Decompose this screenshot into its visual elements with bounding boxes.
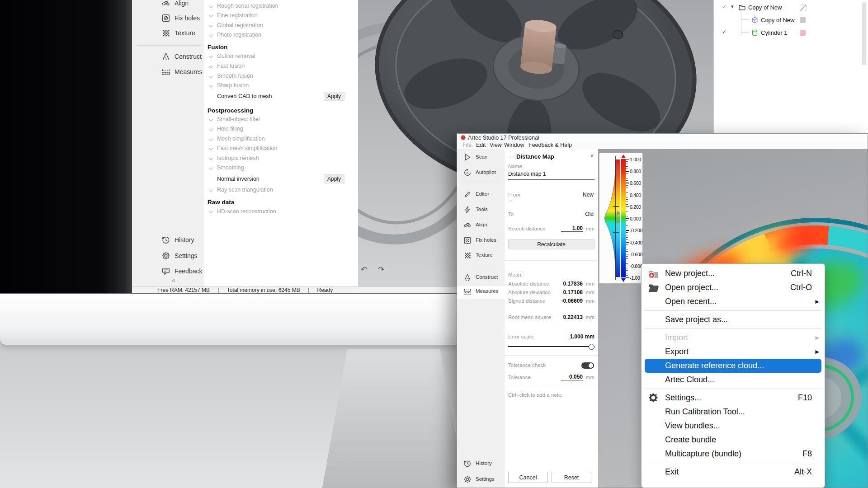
workspace-row-mesh[interactable]: Copy of New <box>714 15 868 25</box>
menu-item-multicapture[interactable]: Multicapture (bundle)F8 <box>642 447 825 461</box>
list-item[interactable]: Smoothing <box>204 164 358 172</box>
list-item[interactable]: Fine registration <box>204 12 358 20</box>
tolerance-check-toggle[interactable] <box>581 362 594 369</box>
check-icon[interactable]: ✓ <box>722 4 726 10</box>
section-header: Raw data <box>208 199 234 206</box>
search-distance-input[interactable]: 1.00 <box>561 225 583 232</box>
close-icon[interactable]: × <box>590 152 594 160</box>
menu-item-import[interactable]: Import▶ <box>642 331 825 345</box>
bg-toolbar-history[interactable]: History <box>132 234 204 247</box>
list-item[interactable]: Mesh simplification <box>204 135 358 143</box>
chevron-down-icon <box>209 4 213 8</box>
menu-view[interactable]: View <box>490 142 502 148</box>
menu-item-artec-cloud[interactable]: Artec Cloud... <box>642 373 825 387</box>
apply-button[interactable]: Apply <box>324 174 344 183</box>
workspace-row-cylinder[interactable]: ✓ Cylinder 1 <box>714 28 868 38</box>
fg-toolbar-autopilot[interactable]: Autopilot <box>457 167 505 180</box>
list-item[interactable]: Isotropic remesh <box>204 155 358 163</box>
menu-item-export[interactable]: Export▶ <box>642 345 825 359</box>
fg-toolbar-fix-holes[interactable]: Fix holes <box>457 235 505 248</box>
chevron-down-icon <box>209 156 213 160</box>
list-item[interactable]: HD-scan reconstruction <box>204 208 358 216</box>
bg-toolbar-settings[interactable]: Settings <box>132 250 204 263</box>
measures-icon <box>161 67 171 77</box>
from-value[interactable]: New <box>583 192 594 198</box>
scale-tick-label: -0.400 <box>630 240 643 245</box>
construct-icon <box>161 52 171 61</box>
list-item[interactable]: Fast fusion <box>204 62 358 70</box>
menu-item-run-calibration-tool[interactable]: Run Calibration Tool... <box>642 405 825 419</box>
menu-item-view-bundles[interactable]: View bundles... <box>642 419 825 433</box>
fg-toolbar-tools[interactable]: Tools <box>457 204 505 217</box>
fg-toolbar-align[interactable]: Align <box>457 220 505 232</box>
to-value[interactable]: Old <box>585 211 594 217</box>
history-icon <box>463 459 472 468</box>
bg-toolbar-fix-holes[interactable]: Fix holes <box>132 12 204 25</box>
bg-toolbar-feedback[interactable]: Feedback <box>132 265 204 278</box>
divider <box>505 355 598 356</box>
title-bar[interactable]: Artec Studio 17 Professional <box>457 134 868 142</box>
menu-file[interactable]: File <box>462 142 472 148</box>
color-swatch[interactable] <box>800 30 806 36</box>
list-item[interactable]: Photo registration <box>204 31 358 39</box>
menu-window[interactable]: Window <box>504 142 524 148</box>
scale-min-handle[interactable] <box>621 278 626 282</box>
fg-toolbar-scan[interactable]: Scan <box>457 152 505 164</box>
color-swatch[interactable] <box>800 5 807 11</box>
workspace-row-folder[interactable]: ✓ ▾ Copy of New <box>714 3 868 13</box>
undo-icon[interactable]: ↶ <box>361 265 367 274</box>
menu-item-new-project[interactable]: New project...Ctrl-N <box>642 267 825 281</box>
tolerance-input[interactable]: 0.050 <box>561 374 583 380</box>
menu-item-create-bundle[interactable]: Create bundle <box>642 433 825 447</box>
check-icon[interactable]: ✓ <box>722 29 726 35</box>
cancel-button[interactable]: Cancel <box>508 472 548 483</box>
name-value[interactable]: Distance map 1 <box>508 171 546 177</box>
menu-item-open-recent[interactable]: Open recent...▶ <box>642 295 825 309</box>
list-item[interactable]: Small-object filter <box>204 116 358 124</box>
redo-icon[interactable]: ↷ <box>378 265 384 274</box>
list-item[interactable]: Hole filling <box>204 125 358 133</box>
status-ready: Ready <box>317 287 333 293</box>
fix-holes-icon <box>161 13 171 23</box>
swap-icon[interactable]: ↓↑ <box>508 199 512 203</box>
apply-button[interactable]: Apply <box>324 92 344 101</box>
color-swatch[interactable] <box>800 17 806 23</box>
error-scale-slider-track[interactable] <box>508 346 594 347</box>
fg-toolbar-construct[interactable]: Construct <box>457 272 505 285</box>
bg-toolbar-align[interactable]: Align <box>132 0 204 10</box>
bg-toolbar-construct[interactable]: Construct <box>132 51 204 63</box>
menu-item-settings[interactable]: Settings...F10 <box>642 391 825 405</box>
fg-toolbar-texture[interactable]: Texture <box>457 250 505 263</box>
menu-edit[interactable]: Edit <box>476 142 486 148</box>
expander-caret-icon[interactable]: ▾ <box>731 4 734 9</box>
chevron-down-icon <box>209 209 213 213</box>
menu-item-open-project[interactable]: Open project...Ctrl-O <box>642 281 825 295</box>
note-hint: Ctrl+click to add a note. <box>508 392 563 398</box>
list-item[interactable]: Sharp fusion <box>204 82 358 90</box>
list-item[interactable]: Rough serial registration <box>204 2 358 10</box>
scale-max-handle[interactable] <box>621 155 626 158</box>
menu-item-exit[interactable]: ExitAlt-X <box>642 465 825 479</box>
collapse-sidebar-icon[interactable]: « <box>172 277 181 284</box>
menu-feedback-help[interactable]: Feedback & Help <box>528 142 572 148</box>
list-item[interactable]: Global registration <box>204 22 358 30</box>
scrollbar[interactable] <box>862 2 866 65</box>
fg-toolbar-measures[interactable]: Measures <box>457 286 505 299</box>
menu-item-generate-reference-cloud[interactable]: Generate reference cloud... <box>645 359 821 373</box>
list-item[interactable]: Outlier removal <box>204 52 358 61</box>
list-item[interactable]: Smooth fusion <box>204 72 358 80</box>
reset-button[interactable]: Reset <box>552 472 591 483</box>
list-item[interactable]: Fast mesh simplification <box>204 145 358 153</box>
fg-toolbar-settings[interactable]: Settings <box>457 474 505 487</box>
recalculate-button[interactable]: Recalculate <box>508 239 594 249</box>
scale-tick-label: 0.200 <box>630 204 643 210</box>
fg-toolbar-history[interactable]: History <box>457 458 505 471</box>
bg-toolbar-measures[interactable]: Measures <box>132 66 204 79</box>
scale-tick-label: 0.800 <box>630 169 643 174</box>
fg-toolbar-editor[interactable]: Editor <box>457 189 505 202</box>
menu-item-save-project-as[interactable]: Save project as... <box>642 313 825 327</box>
error-scale-slider-knob[interactable] <box>589 344 594 350</box>
back-arrow-icon[interactable]: ← <box>508 153 514 160</box>
bg-toolbar-texture[interactable]: Texture <box>132 27 204 40</box>
list-item[interactable]: Ray scan triangulation <box>204 186 358 194</box>
